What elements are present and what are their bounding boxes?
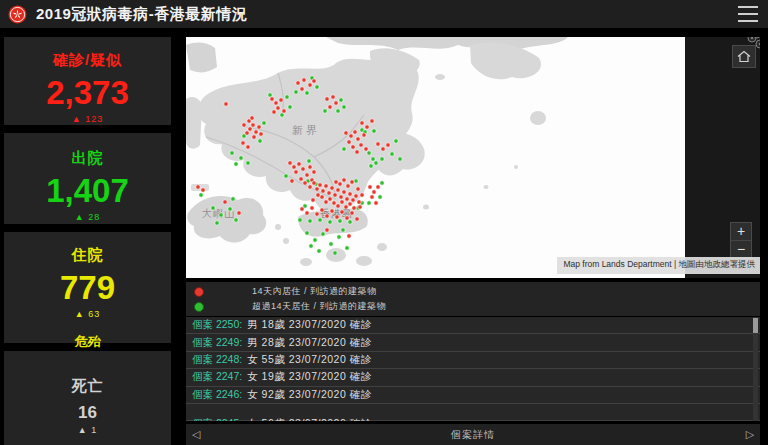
header-bar: 2019冠狀病毒病-香港最新情況 — [0, 0, 768, 28]
case-details: 女 92歲 23/07/2020 確診 — [247, 388, 371, 402]
case-row-2250[interactable]: 個案 2250: 男 18歲 23/07/2020 確診 — [186, 317, 760, 334]
zoom-in-button[interactable]: + — [731, 223, 751, 241]
case-row-2249[interactable]: 個案 2249: 男 28歲 23/07/2020 確診 — [186, 334, 760, 351]
map-attribution: Map from Lands Department | 地圖由地政總署提供 — [557, 257, 760, 274]
hongkong-map[interactable]: 新界 大嶼山 香港島 — [186, 37, 760, 278]
case-id: 個案 2245: — [192, 404, 242, 421]
case-list-scrollbar[interactable] — [753, 317, 758, 421]
case-details: 女 19歲 23/07/2020 確診 — [247, 370, 371, 384]
deaths-value: 16 — [4, 404, 171, 421]
case-row-2245[interactable]: 個案 2245: 女 56歲 23/07/2020 確診 — [186, 404, 760, 421]
footer-bar: ◁ 個案詳情 ▷ — [186, 424, 760, 445]
confirmed-delta: ▲ 123 — [4, 114, 171, 124]
hospitalised-label: 住院 — [4, 246, 171, 265]
next-panel-chevron-icon[interactable]: ▷ — [740, 428, 760, 441]
confirmed-value: 2,373 — [4, 76, 171, 109]
case-row-2246[interactable]: 個案 2246: 女 92歲 23/07/2020 確診 — [186, 387, 760, 404]
map-legend: 14天內居住 / 到訪過的建築物 超過14天居住 / 到訪過的建築物 — [186, 282, 760, 316]
deaths-delta: ▲ 1 — [4, 425, 171, 435]
hospitalised-delta: ▲ 63 — [4, 309, 171, 319]
legend-item-recent: 14天內居住 / 到訪過的建築物 — [186, 286, 760, 298]
home-extent-button[interactable] — [732, 45, 756, 68]
prev-panel-chevron-icon[interactable]: ◁ — [186, 428, 206, 441]
deaths-label: 死亡 — [4, 377, 171, 396]
case-list: 個案 2250: 男 18歲 23/07/2020 確診 個案 2249: 男 … — [186, 317, 760, 421]
confirmed-label: 確診/疑似 — [4, 51, 171, 70]
hk-bauhinia-emblem-icon — [8, 5, 27, 24]
footer-label: 個案詳情 — [206, 428, 740, 442]
legend-label-recent: 14天內居住 / 到訪過的建築物 — [252, 285, 377, 298]
discharged-value: 1,407 — [4, 174, 171, 207]
home-icon — [737, 50, 751, 63]
case-id: 個案 2248: — [192, 353, 242, 367]
discharged-label: 出院 — [4, 149, 171, 168]
hamburger-menu-icon[interactable] — [738, 4, 758, 24]
map-panel[interactable]: 新界 大嶼山 香港島 + − Map from La — [186, 37, 760, 278]
zoom-out-button[interactable]: − — [731, 241, 751, 258]
case-details: 男 18歲 23/07/2020 確診 — [247, 318, 371, 332]
case-id: 個案 2247: — [192, 370, 242, 384]
case-id: 個案 2249: — [192, 336, 242, 350]
discharged-delta: ▲ 28 — [4, 212, 171, 222]
case-details: 女 56歲 23/07/2020 確診 — [247, 404, 371, 421]
hospitalised-value: 779 — [4, 271, 171, 304]
red-dot-icon — [194, 287, 204, 297]
page-title: 2019冠狀病毒病-香港最新情況 — [36, 5, 247, 24]
case-details: 女 55歲 23/07/2020 確診 — [247, 353, 371, 367]
label-new-territories: 新界 — [292, 124, 320, 136]
case-id: 個案 2246: — [192, 388, 242, 402]
case-details: 男 28歲 23/07/2020 確診 — [247, 336, 371, 350]
scrollbar-thumb[interactable] — [753, 318, 758, 333]
case-row-2247[interactable]: 個案 2247: 女 19歲 23/07/2020 確診 — [186, 369, 760, 386]
case-row-2248[interactable]: 個案 2248: 女 55歲 23/07/2020 確診 — [186, 352, 760, 369]
stat-card-discharged: 出院 1,407 ▲ 28 — [4, 133, 171, 224]
zoom-controls: + − — [730, 222, 752, 259]
dashboard: 2019冠狀病毒病-香港最新情況 確診/疑似 2,373 ▲ 123 出院 1,… — [0, 0, 768, 445]
green-dot-icon — [194, 302, 204, 312]
case-id: 個案 2250: — [192, 318, 242, 332]
critical-label: 危殆 — [4, 333, 171, 351]
stat-card-confirmed: 確診/疑似 2,373 ▲ 123 — [4, 37, 171, 125]
legend-label-old: 超過14天居住 / 到訪過的建築物 — [252, 300, 386, 313]
legend-item-old: 超過14天居住 / 到訪過的建築物 — [186, 301, 760, 313]
stat-card-deaths: 死亡 16 ▲ 1 — [4, 351, 171, 445]
stat-card-hospitalised: 住院 779 ▲ 63 危殆 34 — [4, 232, 171, 343]
